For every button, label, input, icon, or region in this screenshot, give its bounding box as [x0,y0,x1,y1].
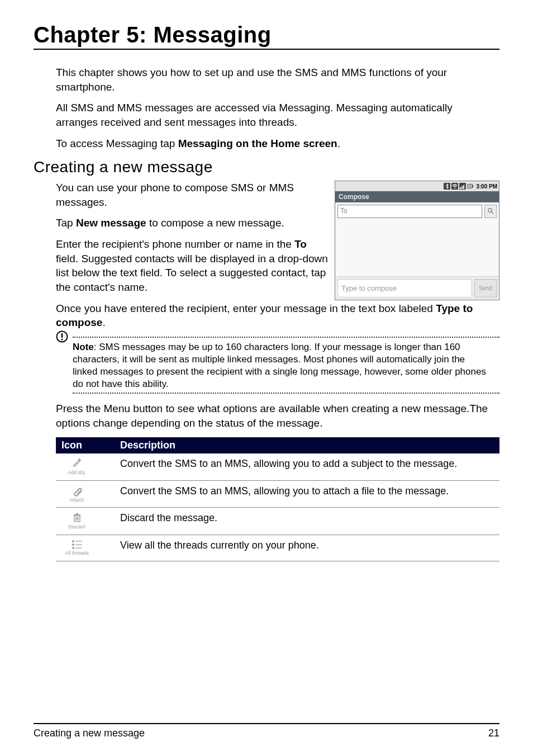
creating-p3-emphasis: To [294,238,307,250]
send-button[interactable]: Send [474,279,497,297]
page-footer: Creating a new message 21 [34,723,499,739]
svg-line-8 [492,211,494,214]
page-number: 21 [488,727,499,739]
creating-p4-part3: . [102,316,105,328]
svg-rect-24 [75,547,82,549]
two-column-layout: You can use your phone to compose SMS or… [34,181,499,301]
creating-p3-part1: Enter the recipient's phone number or na… [56,238,294,250]
bluetooth-icon [444,183,450,190]
creating-p2: Tap New message to compose a new message… [56,216,328,230]
creating-p4: Once you have entered the recipient, ent… [56,301,488,330]
table-cell-desc: Convert the SMS to an MMS, allowing you … [115,453,499,480]
svg-point-11 [61,338,63,340]
document-page: Chapter 5: Messaging This chapter shows … [0,0,533,756]
footer-rule [34,723,499,724]
contact-search-button[interactable] [484,205,497,218]
creating-p3: Enter the recipient's phone number or na… [56,237,328,295]
creating-p2-part3: to compose a new message. [146,217,284,229]
svg-point-21 [72,544,74,546]
intro-p3-part1: To access Messaging tap [56,138,178,149]
creating-p2-part1: Tap [56,217,76,229]
status-bar-time: 3:00 PM [476,183,497,190]
table-header-icon: Icon [56,437,115,453]
table-cell-desc: Discard the message. [115,508,499,535]
add-subject-icon: Add sbj. [61,458,92,476]
table-row: Add sbj. Convert the SMS to an MMS, allo… [56,453,499,480]
intro-paragraph-2: All SMS and MMS messages are accessed vi… [56,101,488,129]
svg-rect-22 [75,544,82,545]
creating-p4-part1: Once you have entered the recipient, ent… [56,303,436,314]
compose-footer: Type to compose Send [335,276,499,300]
table-cell-desc: Convert the SMS to an MMS, allowing you … [115,480,499,508]
table-cell-desc: View all the threads currently on your p… [115,535,499,561]
wifi-icon [451,183,458,190]
svg-point-7 [488,209,492,212]
intro-paragraph-1: This chapter shows you how to set up and… [56,65,488,94]
battery-icon [467,183,474,190]
creating-p1: You can use your phone to compose SMS or… [56,181,328,209]
note-dashes-top [73,337,499,338]
svg-rect-2 [461,186,463,189]
discard-icon: Discard [61,512,92,530]
svg-rect-15 [76,513,78,514]
to-input[interactable]: To [337,205,482,218]
svg-point-23 [72,547,74,549]
menu-paragraph: Press the Menu button to see what option… [56,401,488,430]
note-text: : SMS messages may be up to 160 characte… [73,342,486,389]
footer-section-name: Creating a new message [34,727,145,739]
icon-label: Add sbj. [61,470,92,476]
note-dashes-bottom [73,393,499,394]
search-icon [487,207,494,216]
compose-input[interactable]: Type to compose [337,279,472,297]
icon-label: Attach [61,498,92,503]
table-row: Attach Convert the SMS to an MMS, allowi… [56,480,499,508]
title-rule [34,49,499,50]
status-bar: 3:00 PM [335,181,499,191]
warning-icon [56,330,68,343]
svg-point-19 [72,540,74,542]
svg-rect-6 [468,185,472,187]
creating-p2-emphasis: New message [76,217,146,229]
intro-p3-part3: . [337,138,340,149]
section-title: Creating a new message [34,158,499,176]
table-row: All threads View all the threads current… [56,535,499,561]
to-row: To [335,202,499,220]
table-row: Discard Discard the message. [56,508,499,535]
compose-body-area[interactable] [335,220,499,276]
signal-icon [459,183,466,190]
svg-rect-20 [75,541,82,542]
intro-paragraph-3: To access Messaging tap Messaging on the… [56,136,488,151]
note-block: Note: SMS messages may be up to 160 char… [56,337,499,394]
chapter-title: Chapter 5: Messaging [34,22,499,48]
svg-rect-3 [463,185,464,189]
compose-screenshot: 3:00 PM Compose To Type to compose Send [335,181,499,300]
svg-rect-14 [74,514,80,516]
table-header-desc: Description [115,437,499,453]
intro-p3-emphasis: Messaging on the Home screen [178,138,337,149]
svg-rect-5 [473,185,474,187]
menu-options-table: Icon Description Add sbj. Convert the SM… [56,437,499,562]
svg-point-0 [454,187,455,188]
svg-rect-10 [61,333,63,338]
creating-p3-part3: field. Suggested contacts will be displa… [56,253,328,293]
note-body: Note: SMS messages may be up to 160 char… [73,341,488,390]
all-threads-icon: All threads [61,540,92,556]
attach-icon: Attach [61,485,92,503]
icon-label: All threads [61,551,92,556]
icon-label: Discard [61,525,92,530]
note-label: Note [73,342,94,352]
svg-rect-1 [460,187,461,189]
app-title-bar: Compose [335,191,499,202]
